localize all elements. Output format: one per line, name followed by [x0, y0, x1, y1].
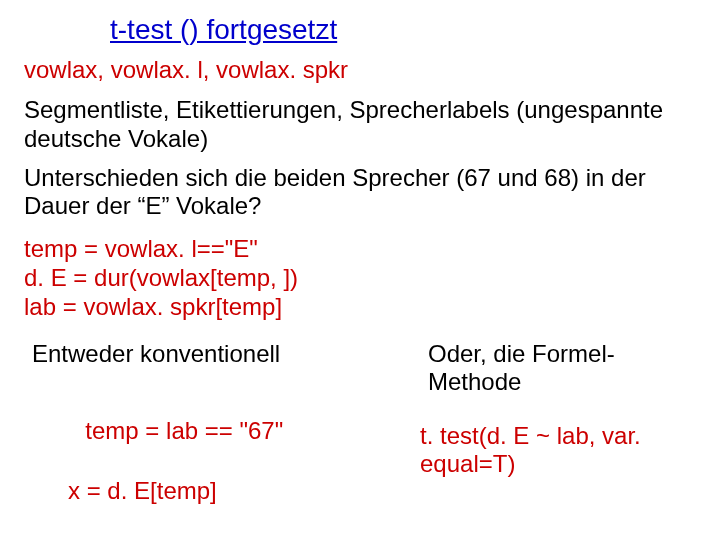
code-line: x = d. E[temp]	[32, 476, 384, 506]
column-formula: Oder, die Formel-Methode t. test(d. E ~ …	[420, 340, 696, 540]
description-text: Segmentliste, Etikettierungen, Sprecherl…	[24, 96, 696, 154]
variable-list: vowlax, vowlax. l, vowlax. spkr	[24, 56, 696, 84]
formula-heading: Oder, die Formel-Methode	[428, 340, 696, 396]
conventional-code-block: temp = lab == "67" x = d. E[temp] y = d.…	[32, 386, 384, 540]
code-line: temp = lab == "67"	[85, 417, 283, 444]
conventional-heading: Entweder konventionell	[32, 340, 384, 368]
slide-title: t-test () fortgesetzt	[110, 14, 696, 46]
columns: Entweder konventionell temp = lab == "67…	[24, 340, 696, 540]
setup-code-block: temp = vowlax. l=="E" d. E = dur(vowlax[…	[24, 235, 696, 321]
formula-code-line: t. test(d. E ~ lab, var. equal=T)	[420, 422, 696, 478]
slide: t-test () fortgesetzt vowlax, vowlax. l,…	[0, 0, 720, 540]
question-text: Unterschieden sich die beiden Sprecher (…	[24, 164, 696, 222]
column-conventional: Entweder konventionell temp = lab == "67…	[24, 340, 384, 540]
